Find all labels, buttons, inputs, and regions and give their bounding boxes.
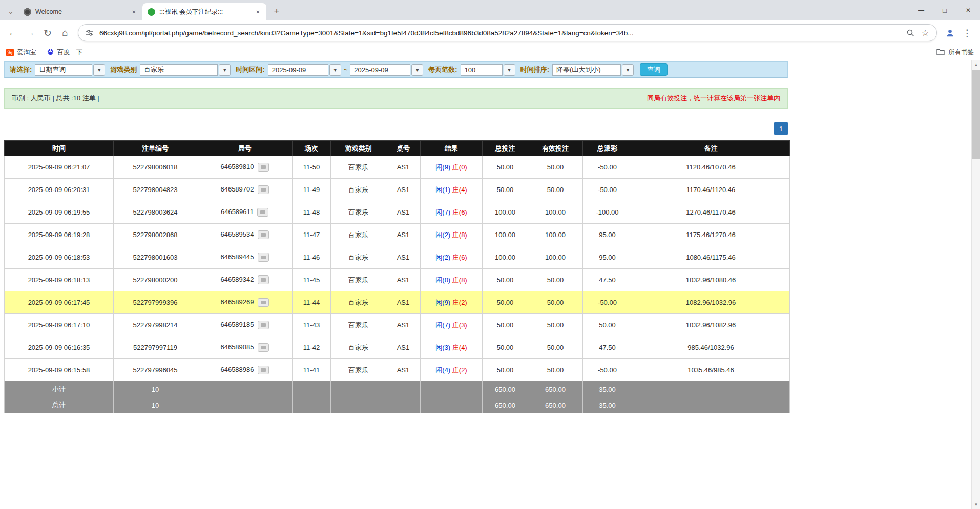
summary-cell (293, 381, 331, 397)
chevron-down-icon[interactable]: ▾ (504, 64, 515, 76)
cell-bet-id: 522797996045 (114, 359, 197, 381)
replay-video-icon[interactable] (258, 321, 269, 329)
cell-total-bet-link[interactable]: 50.00 (483, 336, 528, 359)
cell-bet-id: 522798001603 (114, 246, 197, 269)
chevron-down-icon[interactable]: ▾ (411, 64, 423, 76)
zoom-icon[interactable] (905, 28, 915, 38)
subtotal-row: 小计10650.00650.0035.00 (5, 381, 790, 397)
cell-total-bet-link[interactable]: 50.00 (483, 179, 528, 201)
cell-total-bet-link[interactable]: 50.00 (483, 291, 528, 314)
cell-total-bet-link[interactable]: 50.00 (483, 314, 528, 336)
banker-result: 庄(4) (452, 344, 467, 351)
tab-search-button[interactable]: ⌄ (4, 5, 17, 18)
column-header: 备注 (632, 141, 790, 156)
bookmark-star-icon[interactable]: ☆ (920, 28, 930, 38)
new-tab-button[interactable]: + (269, 4, 284, 18)
cell-payout: 95.00 (583, 224, 632, 246)
cell-total-bet-link[interactable]: 100.00 (483, 246, 528, 269)
summary-cell (293, 397, 331, 413)
per-page-select[interactable]: 100 ▾ (461, 64, 515, 76)
sort-select[interactable]: 降幂(由大到小) ▾ (552, 64, 634, 76)
page-scrollbar[interactable]: ▲ ▼ (971, 60, 980, 509)
back-icon[interactable]: ← (4, 24, 22, 41)
cell-payout: -50.00 (583, 359, 632, 381)
all-bookmarks-button[interactable]: 所有书签 (929, 48, 974, 58)
bookmark-baidu[interactable]: 百度一下 (47, 48, 83, 57)
cell-payout: -50.00 (583, 291, 632, 314)
bet-row: 2025-09-09 06:16:35522797997119646589085… (5, 336, 790, 359)
cell-total-bet-link[interactable]: 100.00 (483, 201, 528, 224)
cell-time: 2025-09-09 06:19:28 (5, 224, 114, 246)
cell-total-bet-link[interactable]: 50.00 (483, 269, 528, 291)
bookmark-taobao[interactable]: 淘 爱淘宝 (6, 48, 36, 57)
bet-row: 2025-09-09 06:15:58522797996045646588986… (5, 359, 790, 381)
per-page-value: 100 (461, 64, 503, 76)
tab-close-icon[interactable]: ✕ (254, 8, 262, 16)
summary-cell: 总计 (5, 397, 114, 413)
replay-video-icon[interactable] (258, 163, 269, 172)
replay-video-icon[interactable] (258, 275, 269, 284)
replay-video-icon[interactable] (258, 366, 269, 374)
bet-row: 2025-09-09 06:20:31522798004823646589702… (5, 179, 790, 201)
cell-time: 2025-09-09 06:17:10 (5, 314, 114, 336)
summary-cell (331, 397, 386, 413)
cell-time: 2025-09-09 06:17:45 (5, 291, 114, 314)
date-from-select[interactable]: 2025-09-09 ▾ (268, 64, 341, 76)
replay-video-icon[interactable] (257, 208, 268, 217)
scroll-down-icon[interactable]: ▼ (972, 500, 980, 509)
page-1-button[interactable]: 1 (774, 122, 788, 135)
cell-session: 11-46 (293, 246, 331, 269)
tab-welcome[interactable]: Welcome ✕ (18, 3, 142, 20)
date-to-select[interactable]: 2025-09-09 ▾ (350, 64, 423, 76)
scroll-up-icon[interactable]: ▲ (972, 60, 980, 69)
banker-result: 庄(2) (452, 366, 467, 374)
replay-video-icon[interactable] (258, 343, 269, 352)
scrollbar-thumb[interactable] (972, 70, 980, 159)
tab-betrecord[interactable]: :::视讯 会员下注纪录::: ✕ (142, 3, 266, 20)
cell-bet-id: 522797997119 (114, 336, 197, 359)
tab-close-icon[interactable]: ✕ (130, 8, 138, 16)
cell-total-bet-link[interactable]: 50.00 (483, 359, 528, 381)
maximize-button[interactable]: □ (933, 0, 956, 20)
query-button[interactable]: 查询 (640, 63, 668, 76)
banker-result: 庄(8) (452, 231, 467, 239)
url-text[interactable]: 66cxkj98.com/ipl/portal.php/game/betreco… (99, 29, 901, 37)
game-type-select[interactable]: 百家乐 ▾ (140, 64, 231, 76)
cell-total-bet-link[interactable]: 100.00 (483, 224, 528, 246)
menu-icon[interactable]: ⋮ (958, 24, 976, 41)
select-label: 请选择: (10, 65, 32, 74)
chevron-down-icon[interactable]: ▾ (93, 64, 105, 76)
profile-icon[interactable] (941, 24, 958, 41)
banker-result: 庄(6) (452, 253, 467, 261)
cell-round-id: 646589611 (197, 201, 293, 224)
site-settings-icon[interactable] (85, 28, 95, 38)
tilde-separator: ~ (344, 66, 348, 74)
forward-icon[interactable]: → (22, 24, 39, 41)
replay-video-icon[interactable] (258, 230, 269, 239)
replay-video-icon[interactable] (258, 298, 269, 307)
chevron-down-icon[interactable]: ▾ (329, 64, 341, 76)
close-button[interactable]: ✕ (956, 0, 980, 20)
chevron-down-icon[interactable]: ▾ (219, 64, 231, 76)
reload-icon[interactable]: ↻ (39, 24, 56, 41)
query-type-value: 日期查询 (35, 64, 92, 76)
cell-session: 11-49 (293, 179, 331, 201)
chevron-down-icon[interactable]: ▾ (622, 64, 634, 76)
replay-video-icon[interactable] (258, 185, 269, 194)
cell-time: 2025-09-09 06:18:13 (5, 269, 114, 291)
total-row: 总计10650.00650.0035.00 (5, 397, 790, 413)
minimize-button[interactable]: — (909, 0, 933, 20)
cell-game-type: 百家乐 (331, 314, 386, 336)
query-type-select[interactable]: 日期查询 ▾ (35, 64, 105, 76)
cell-game-type: 百家乐 (331, 179, 386, 201)
cell-total-bet-link[interactable]: 50.00 (483, 156, 528, 179)
summary-cell (331, 381, 386, 397)
address-bar[interactable]: 66cxkj98.com/ipl/portal.php/game/betreco… (78, 24, 937, 41)
replay-video-icon[interactable] (258, 253, 269, 262)
banker-result: 庄(6) (452, 208, 467, 216)
tab-title: Welcome (35, 8, 130, 15)
player-result: 闲(9) (435, 163, 450, 171)
cell-session: 11-48 (293, 201, 331, 224)
bet-row: 2025-09-09 06:19:28522798002868646589534… (5, 224, 790, 246)
home-icon[interactable]: ⌂ (56, 24, 74, 41)
